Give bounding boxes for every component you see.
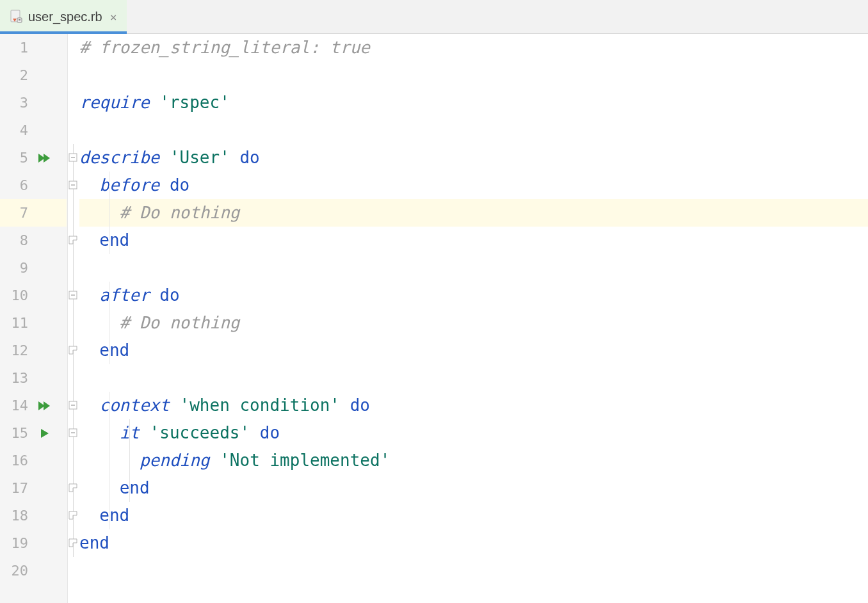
code-line: # Do nothing [79, 309, 868, 337]
fold-open-icon[interactable] [68, 181, 77, 189]
gutter: 1 2 3 4 5 6 7 8 9 10 11 12 13 14 15 16 1… [0, 34, 67, 603]
svg-rect-3 [19, 19, 20, 20]
run-tests-icon[interactable] [32, 399, 58, 412]
ruby-file-icon [9, 10, 23, 24]
fold-open-icon[interactable] [68, 401, 77, 410]
code-line: end [79, 529, 868, 557]
code-line [79, 61, 868, 89]
svg-marker-8 [44, 401, 50, 410]
fold-close-icon[interactable] [68, 236, 77, 245]
editor: 1 2 3 4 5 6 7 8 9 10 11 12 13 14 15 16 1… [0, 34, 868, 603]
line-number: 8 [0, 227, 28, 254]
line-number: 1 [0, 34, 28, 61]
run-tests-icon[interactable] [32, 152, 58, 165]
fold-strip [67, 34, 79, 603]
svg-rect-2 [17, 18, 22, 22]
line-number: 13 [0, 364, 28, 392]
code-line [79, 557, 868, 584]
line-number: 18 [0, 502, 28, 529]
code-line: require 'rspec' [79, 89, 868, 117]
line-number: 11 [0, 309, 28, 337]
fold-close-icon[interactable] [68, 346, 77, 355]
line-number: 12 [0, 337, 28, 364]
line-number: 9 [0, 254, 28, 282]
code-line: # Do nothing [79, 199, 868, 227]
code-line: before do [79, 172, 868, 199]
code-line [79, 254, 868, 282]
line-number: 4 [0, 117, 28, 144]
line-number: 14 [0, 392, 28, 419]
code-line: end [79, 502, 868, 529]
fold-close-icon[interactable] [68, 511, 77, 520]
line-number: 16 [0, 447, 28, 474]
fold-close-icon[interactable] [68, 538, 77, 547]
line-number: 19 [0, 529, 28, 557]
line-number: 7 [0, 199, 28, 227]
line-number: 3 [0, 89, 28, 117]
close-icon[interactable]: × [110, 10, 117, 24]
code-line [79, 364, 868, 392]
code-area[interactable]: # frozen_string_literal: true require 'r… [79, 34, 868, 603]
svg-rect-4 [19, 20, 20, 21]
tab-bar: user_spec.rb × [0, 0, 868, 34]
code-line: pending 'Not implemented' [79, 447, 868, 474]
line-number: 15 [0, 419, 28, 447]
code-line: end [79, 227, 868, 254]
line-number: 5 [0, 144, 28, 172]
line-number: 17 [0, 474, 28, 502]
code-line: it 'succeeds' do [79, 419, 868, 447]
line-number: 20 [0, 557, 28, 584]
code-line: context 'when condition' do [79, 392, 868, 419]
run-test-icon[interactable] [32, 427, 58, 440]
svg-marker-9 [41, 429, 49, 438]
tab-filename: user_spec.rb [28, 10, 102, 24]
code-line: # frozen_string_literal: true [79, 34, 868, 61]
svg-marker-6 [44, 154, 50, 163]
line-number: 10 [0, 282, 28, 309]
fold-close-icon[interactable] [68, 483, 77, 492]
fold-open-icon[interactable] [68, 153, 77, 162]
fold-open-icon[interactable] [68, 428, 77, 437]
code-line: after do [79, 282, 868, 309]
line-number: 2 [0, 61, 28, 89]
code-line: end [79, 337, 868, 364]
fold-open-icon[interactable] [68, 291, 77, 300]
code-line [79, 117, 868, 144]
line-number: 6 [0, 172, 28, 199]
code-line: end [79, 474, 868, 502]
tab-user-spec[interactable]: user_spec.rb × [0, 0, 127, 33]
code-line: describe 'User' do [79, 144, 868, 172]
